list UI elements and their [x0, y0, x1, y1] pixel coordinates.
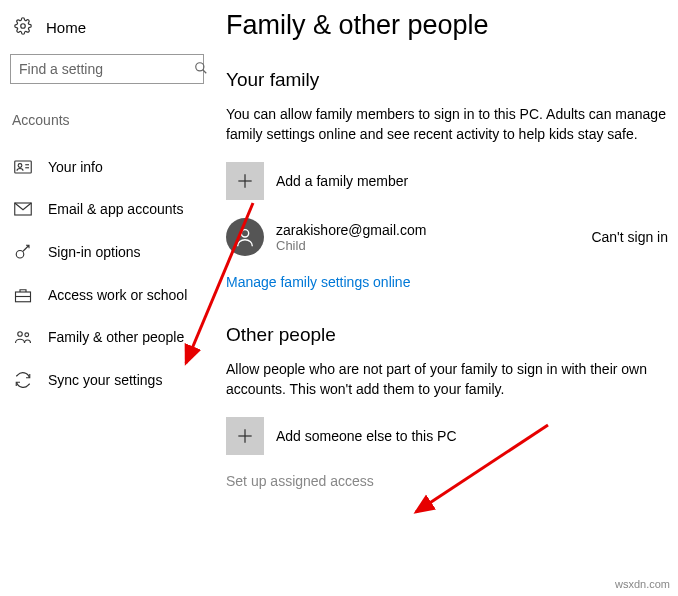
sidebar-item-label: Access work or school [48, 287, 187, 303]
key-icon [14, 243, 32, 261]
manage-family-link[interactable]: Manage family settings online [226, 274, 410, 290]
add-family-member-button[interactable]: Add a family member [226, 162, 668, 200]
user-info: zarakishore@gmail.com Child [276, 222, 426, 253]
person-card-icon [14, 160, 32, 174]
user-status: Can't sign in [591, 229, 668, 245]
sidebar-item-work[interactable]: Access work or school [10, 274, 204, 316]
add-family-label: Add a family member [276, 173, 408, 189]
svg-point-12 [25, 333, 29, 337]
svg-line-2 [203, 69, 207, 73]
sidebar-item-label: Sync your settings [48, 372, 162, 388]
watermark: wsxdn.com [615, 578, 670, 590]
svg-point-1 [196, 62, 204, 70]
page-title: Family & other people [226, 10, 668, 41]
other-people-heading: Other people [226, 324, 668, 346]
category-label: Accounts [10, 112, 204, 128]
svg-point-11 [18, 332, 23, 337]
svg-point-15 [241, 230, 248, 237]
sidebar-item-family[interactable]: Family & other people [10, 316, 204, 358]
search-input[interactable] [10, 54, 204, 84]
avatar-icon [226, 218, 264, 256]
sync-icon [14, 371, 32, 389]
sidebar-item-email[interactable]: Email & app accounts [10, 188, 204, 230]
people-icon [14, 329, 32, 345]
user-role: Child [276, 238, 426, 253]
your-family-heading: Your family [226, 69, 668, 91]
add-other-user-button[interactable]: Add someone else to this PC [226, 417, 668, 455]
gear-icon [14, 17, 32, 38]
mail-icon [14, 202, 32, 216]
search-icon [194, 61, 208, 78]
sidebar-item-your-info[interactable]: Your info [10, 146, 204, 188]
sidebar-item-sync[interactable]: Sync your settings [10, 358, 204, 402]
svg-point-8 [16, 251, 24, 259]
sidebar: Home Accounts Your info Email & app acco… [0, 0, 210, 596]
assigned-access-link[interactable]: Set up assigned access [226, 473, 374, 489]
main-content: Family & other people Your family You ca… [210, 0, 678, 596]
svg-point-0 [21, 24, 26, 29]
sidebar-item-label: Email & app accounts [48, 201, 183, 217]
sidebar-item-label: Your info [48, 159, 103, 175]
plus-icon [226, 162, 264, 200]
briefcase-icon [14, 287, 32, 303]
family-user-row[interactable]: zarakishore@gmail.com Child Can't sign i… [226, 218, 668, 256]
sidebar-item-signin[interactable]: Sign-in options [10, 230, 204, 274]
user-email: zarakishore@gmail.com [276, 222, 426, 238]
other-people-desc: Allow people who are not part of your fa… [226, 360, 666, 399]
home-label: Home [46, 19, 86, 36]
search-field[interactable] [19, 61, 194, 77]
your-family-desc: You can allow family members to sign in … [226, 105, 666, 144]
plus-icon [226, 417, 264, 455]
svg-rect-3 [15, 161, 32, 173]
add-other-label: Add someone else to this PC [276, 428, 457, 444]
home-button[interactable]: Home [10, 10, 204, 54]
sidebar-item-label: Family & other people [48, 329, 184, 345]
sidebar-item-label: Sign-in options [48, 244, 141, 260]
svg-point-4 [18, 164, 22, 168]
